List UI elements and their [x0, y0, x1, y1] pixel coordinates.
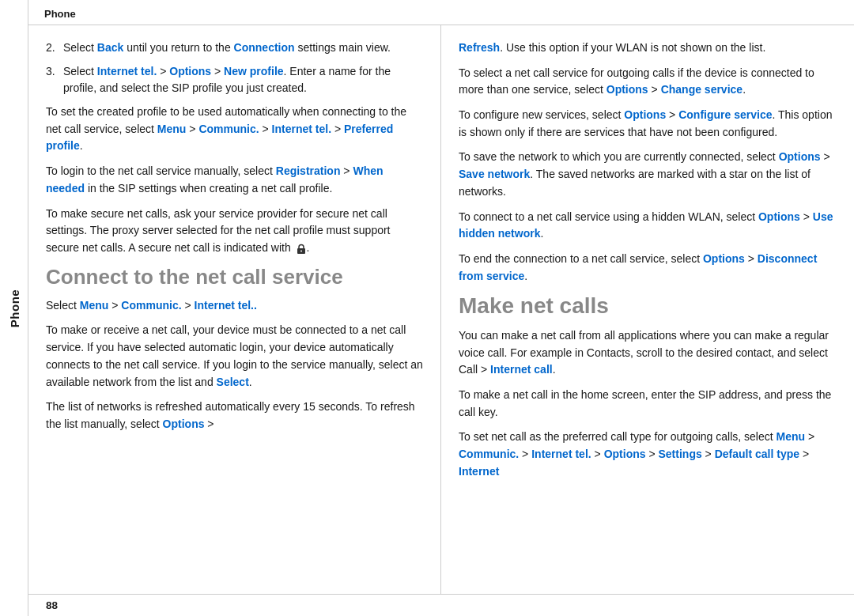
link-back: Back	[97, 41, 123, 54]
link-refresh: Refresh	[459, 41, 500, 54]
link-options-7: Options	[703, 252, 745, 265]
paragraph: To set net call as the preferred call ty…	[459, 429, 837, 480]
link-communic-3: Communic.	[459, 448, 519, 460]
link-internet-tel-4: Internet tel.	[531, 448, 591, 460]
paragraph: The list of networks is refreshed automa…	[46, 399, 423, 433]
link-communic-2: Communic.	[121, 299, 181, 312]
link-settings: Settings	[659, 448, 702, 460]
link-configure-service: Configure service	[678, 108, 772, 121]
lock-icon	[296, 243, 307, 254]
paragraph: To make or receive a net call, your devi…	[46, 322, 423, 391]
link-menu: Menu	[157, 123, 187, 135]
link-registration: Registration	[276, 164, 341, 177]
link-options-5: Options	[779, 150, 821, 163]
link-internet-call: Internet call	[490, 363, 553, 376]
paragraph: Refresh. Use this option if your WLAN is…	[459, 40, 837, 57]
link-connection: Connection	[234, 41, 295, 54]
link-save-network: Save network	[459, 168, 530, 180]
paragraph: To set the created profile to be used au…	[46, 104, 423, 155]
paragraph: To select a net call service for outgoin…	[459, 65, 837, 99]
link-communic: Communic.	[198, 123, 259, 135]
list-number: 2.	[46, 40, 63, 57]
paragraph: To make a net call in the home screen, e…	[459, 387, 837, 421]
columns: 2. Select Back until you return to the C…	[28, 25, 854, 594]
side-tab: Phone	[0, 0, 28, 616]
link-options-8: Options	[604, 448, 646, 460]
main-content: Phone 2. Select Back until you return to…	[28, 0, 854, 616]
paragraph: To end the connection to a net call serv…	[459, 251, 837, 285]
link-select: Select	[217, 376, 249, 388]
page-header: Phone	[28, 0, 854, 25]
link-new-profile: New profile	[224, 65, 283, 77]
paragraph: To login to the net call service manuall…	[46, 163, 423, 197]
link-internet-tel-3: Internet tel..	[195, 299, 257, 312]
side-tab-label: Phone	[7, 289, 21, 327]
link-default-call-type: Default call type	[715, 448, 799, 460]
right-column: Refresh. Use this option if your WLAN is…	[441, 25, 854, 594]
link-menu-2: Menu	[80, 299, 109, 312]
page-number: 88	[46, 599, 58, 611]
page-footer: 88	[28, 594, 854, 616]
list-number: 3.	[46, 63, 63, 97]
section-title-connect: Connect to the net call service	[46, 265, 423, 289]
link-menu-3: Menu	[777, 430, 806, 443]
list-item: 2. Select Back until you return to the C…	[46, 40, 423, 57]
left-column: 2. Select Back until you return to the C…	[28, 25, 441, 594]
paragraph: Select Menu > Communic. > Internet tel..	[46, 297, 423, 315]
header-label: Phone	[44, 8, 76, 20]
page-container: Phone Phone 2. Select Back until you ret…	[0, 0, 854, 616]
list-item: 3. Select Internet tel. > Options > New …	[46, 63, 423, 97]
paragraph: To make secure net calls, ask your servi…	[46, 206, 423, 257]
link-internet: Internet	[459, 465, 499, 478]
list-item-text: Select Back until you return to the Conn…	[63, 40, 391, 57]
link-options: Options	[169, 65, 211, 77]
link-disconnect-from-service: Disconnect from service	[459, 252, 817, 282]
link-options-2: Options	[163, 418, 205, 430]
paragraph: You can make a net call from all applica…	[459, 327, 837, 379]
svg-point-1	[300, 251, 302, 252]
list-item-text: Select Internet tel. > Options > New pro…	[63, 63, 423, 97]
link-options-6: Options	[758, 210, 800, 223]
link-options-4: Options	[624, 108, 666, 121]
section-title-make-net-calls: Make net calls	[459, 293, 837, 319]
paragraph: To configure new services, select Option…	[459, 107, 837, 141]
link-internet-tel: Internet tel.	[97, 65, 157, 77]
link-internet-tel-2: Internet tel.	[272, 123, 331, 135]
paragraph: To save the network to which you are cur…	[459, 149, 837, 200]
link-change-service: Change service	[661, 83, 743, 96]
paragraph: To connect to a net call service using a…	[459, 209, 837, 243]
link-options-3: Options	[606, 83, 648, 96]
